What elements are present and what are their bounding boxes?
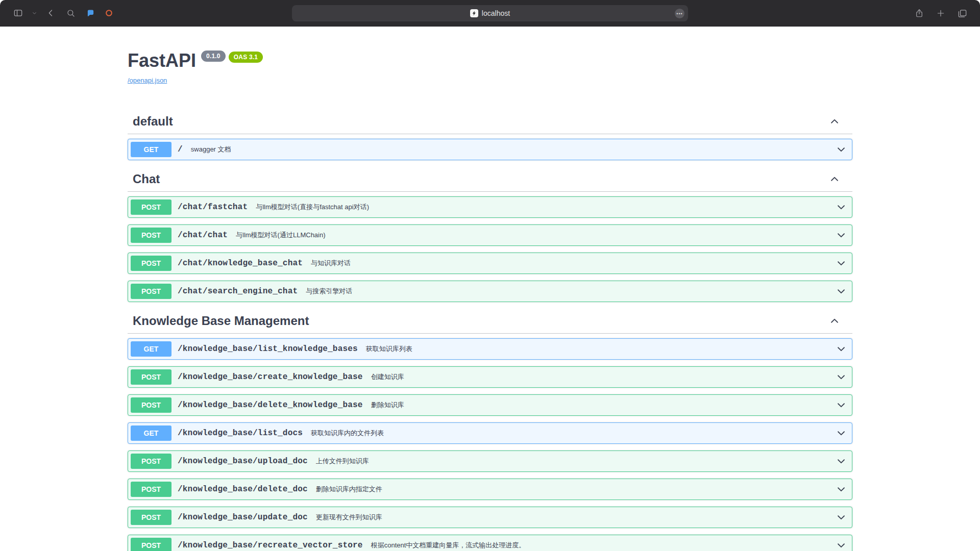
lightning-bolt-icon [472, 10, 477, 16]
operation-description: 删除知识库内指定文件 [316, 485, 382, 494]
http-method-badge: POST [131, 256, 172, 271]
section-title: Chat [133, 172, 160, 186]
operation-row[interactable]: POST /knowledge_base/update_doc 更新现有文件到知… [128, 507, 852, 528]
expand-operation-button[interactable] [836, 428, 847, 439]
operation-description: 获取知识库列表 [366, 344, 412, 354]
operation-row[interactable]: GET /knowledge_base/list_knowledge_bases… [128, 338, 852, 360]
operation-row[interactable]: POST /chat/knowledge_base_chat 与知识库对话 [128, 253, 852, 274]
chevron-down-icon [836, 144, 847, 155]
page-options-button[interactable]: ••• [675, 9, 684, 18]
toolbar-left-group [0, 5, 116, 22]
section-title: default [133, 114, 173, 129]
http-method-badge: GET [131, 425, 172, 441]
operation-row[interactable]: POST /knowledge_base/delete_doc 删除知识库内指定… [128, 479, 852, 500]
share-button[interactable] [911, 5, 928, 22]
chevron-down-icon [836, 286, 847, 297]
operations-list: GET / swagger 文档 [128, 134, 852, 160]
new-tab-button[interactable] [932, 5, 949, 22]
orange-app-icon [105, 9, 113, 17]
sidebar-menu-chevron-button[interactable] [30, 5, 39, 22]
operation-row[interactable]: POST /chat/search_engine_chat 与搜索引擎对话 [128, 281, 852, 302]
expand-operation-button[interactable] [836, 512, 847, 523]
operation-row[interactable]: POST /knowledge_base/create_knowledge_ba… [128, 366, 852, 388]
plus-icon [936, 9, 945, 18]
expand-operation-button[interactable] [836, 286, 847, 297]
operation-path: /knowledge_base/update_doc [178, 513, 308, 522]
sidebar-icon [13, 8, 23, 18]
expand-operation-button[interactable] [836, 144, 847, 155]
expand-operation-button[interactable] [836, 484, 847, 495]
chevron-down-icon [836, 428, 847, 439]
expand-operation-button[interactable] [836, 399, 847, 411]
chevron-down-icon [836, 230, 847, 241]
http-method-badge: POST [131, 482, 172, 497]
section-header[interactable]: default [128, 109, 852, 134]
operation-path: /chat/fastchat [178, 203, 248, 212]
section-title: Knowledge Base Management [133, 314, 309, 328]
site-favicon-icon [470, 9, 478, 17]
operation-description: 与知识库对话 [311, 259, 351, 268]
chevron-left-icon [46, 8, 56, 18]
back-button[interactable] [42, 5, 59, 22]
operation-row[interactable]: POST /knowledge_base/upload_doc 上传文件到知识库 [128, 450, 852, 472]
operation-row[interactable]: POST /knowledge_base/delete_knowledge_ba… [128, 394, 852, 416]
operation-path: /knowledge_base/delete_doc [178, 485, 308, 494]
chevron-down-icon [836, 484, 847, 495]
share-icon [915, 9, 924, 18]
content-wrapper: FastAPI 0.1.0 OAS 3.1 /openapi.json defa… [117, 27, 863, 551]
operation-row[interactable]: POST /chat/fastchat 与llm模型对话(直接与fastchat… [128, 196, 852, 218]
oas-badge: OAS 3.1 [229, 52, 263, 63]
http-method-badge: POST [131, 369, 172, 385]
version-badge: 0.1.0 [201, 51, 226, 62]
expand-operation-button[interactable] [836, 343, 847, 355]
operations-list: POST /chat/fastchat 与llm模型对话(直接与fastchat… [128, 192, 852, 302]
chevron-down-icon [836, 343, 847, 355]
api-info-block: FastAPI 0.1.0 OAS 3.1 /openapi.json [128, 27, 852, 85]
search-icon [66, 9, 76, 18]
pinned-tab-blue[interactable] [83, 6, 98, 21]
http-method-badge: GET [131, 142, 172, 157]
section-header[interactable]: Knowledge Base Management [128, 309, 852, 334]
api-section: Knowledge Base Management GET /knowledge… [128, 309, 852, 551]
operation-description: 根据content中文档重建向量库，流式输出处理进度。 [371, 541, 526, 550]
operation-description: 更新现有文件到知识库 [316, 513, 382, 522]
search-button[interactable] [62, 5, 80, 22]
pinned-tab-orange[interactable] [101, 6, 116, 21]
http-method-badge: POST [131, 199, 172, 215]
expand-operation-button[interactable] [836, 230, 847, 241]
operation-description: 获取知识库内的文件列表 [311, 429, 384, 438]
expand-operation-button[interactable] [836, 371, 847, 383]
operation-row[interactable]: POST /chat/chat 与llm模型对话(通过LLMChain) [128, 224, 852, 246]
expand-operation-button[interactable] [836, 258, 847, 269]
chevron-down-icon [32, 10, 37, 16]
collapse-section-button[interactable] [829, 173, 840, 185]
api-section: Chat POST /chat/fastchat 与llm模型对话(直接与fas… [128, 167, 852, 302]
operation-description: swagger 文档 [191, 145, 231, 154]
blue-app-icon [87, 9, 94, 17]
expand-operation-button[interactable] [836, 202, 847, 213]
operation-row[interactable]: GET /knowledge_base/list_docs 获取知识库内的文件列… [128, 422, 852, 444]
expand-operation-button[interactable] [836, 456, 847, 467]
chevron-down-icon [836, 512, 847, 523]
collapse-section-button[interactable] [829, 315, 840, 327]
chevron-down-icon [836, 371, 847, 383]
operation-row[interactable]: POST /knowledge_base/recreate_vector_sto… [128, 535, 852, 551]
openapi-spec-link[interactable]: /openapi.json [128, 77, 167, 84]
operation-description: 删除知识库 [371, 400, 404, 410]
operation-description: 与llm模型对话(通过LLMChain) [236, 231, 326, 240]
chevron-down-icon [836, 258, 847, 269]
operation-description: 创建知识库 [371, 372, 404, 382]
operation-path: /knowledge_base/create_knowledge_base [178, 372, 363, 382]
http-method-badge: POST [131, 538, 172, 551]
tab-overview-button[interactable] [953, 5, 971, 22]
operation-path: /chat/knowledge_base_chat [178, 259, 303, 268]
operation-row[interactable]: GET / swagger 文档 [128, 139, 852, 160]
operation-description: 与搜索引擎对话 [306, 287, 352, 296]
collapse-section-button[interactable] [829, 116, 840, 127]
http-method-badge: POST [131, 454, 172, 469]
sidebar-toggle-button[interactable] [9, 5, 27, 22]
address-bar[interactable]: localhost ••• [292, 5, 688, 21]
expand-operation-button[interactable] [836, 540, 847, 551]
operation-path: /chat/chat [178, 231, 228, 240]
section-header[interactable]: Chat [128, 167, 852, 192]
